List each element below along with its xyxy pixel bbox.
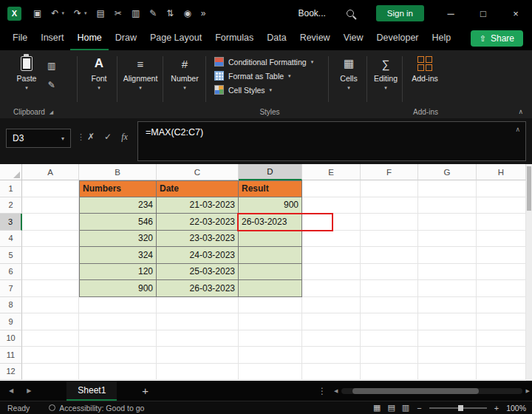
row-header-8[interactable]: 8 <box>0 297 22 314</box>
camera-icon[interactable]: ◉ <box>183 8 191 18</box>
cell-G9[interactable] <box>418 313 477 330</box>
maximize-button[interactable]: □ <box>467 0 499 27</box>
cell-F10[interactable] <box>361 330 418 347</box>
undo-dropdown-icon[interactable]: ▾ <box>61 10 64 16</box>
cell-C12[interactable] <box>157 364 239 381</box>
undo-icon[interactable]: ↶ <box>51 8 58 18</box>
cell-H4[interactable] <box>477 231 526 248</box>
alignment-group-button[interactable]: ≡ Alignment ▾ <box>120 55 161 91</box>
cell-F12[interactable] <box>361 364 418 381</box>
menu-tab-home[interactable]: Home <box>70 27 108 50</box>
sign-in-button[interactable]: Sign in <box>376 5 424 21</box>
cell-G8[interactable] <box>418 297 477 314</box>
column-header-b[interactable]: B <box>79 164 157 180</box>
cell-H1[interactable] <box>477 180 526 197</box>
cell-E12[interactable] <box>302 364 361 381</box>
format-painter-icon[interactable]: ✎ <box>48 80 55 90</box>
cell-styles-button[interactable]: Cell Styles▾ <box>214 85 313 95</box>
cut-icon[interactable]: ✂ <box>115 8 122 18</box>
cell-A6[interactable] <box>22 264 79 281</box>
cell-D4[interactable] <box>239 231 302 248</box>
cell-A12[interactable] <box>22 364 79 381</box>
cell-F3[interactable] <box>361 214 418 231</box>
cell-C5[interactable]: 24-03-2023 <box>157 247 239 264</box>
cell-A10[interactable] <box>22 330 79 347</box>
row-header-11[interactable]: 11 <box>0 347 22 364</box>
menu-tab-draw[interactable]: Draw <box>109 27 143 50</box>
row-header-3[interactable]: 3 <box>0 214 22 231</box>
column-header-h[interactable]: H <box>477 164 526 180</box>
column-header-c[interactable]: C <box>157 164 239 180</box>
row-header-1[interactable]: 1 <box>0 180 22 197</box>
qat-overflow-icon[interactable]: » <box>201 8 206 18</box>
cell-F1[interactable] <box>361 180 418 197</box>
sheet-nav-right-icon[interactable]: ▶ <box>27 387 31 394</box>
redo-icon[interactable]: ↷ <box>74 8 81 18</box>
cell-H10[interactable] <box>477 330 526 347</box>
cell-E1[interactable] <box>302 180 361 197</box>
horizontal-scrollbar-track[interactable] <box>341 388 522 394</box>
cell-A8[interactable] <box>22 297 79 314</box>
row-header-12[interactable]: 12 <box>0 364 22 381</box>
cell-F9[interactable] <box>361 313 418 330</box>
cell-A9[interactable] <box>22 313 79 330</box>
row-header-5[interactable]: 5 <box>0 247 22 264</box>
select-all-corner[interactable] <box>0 164 22 180</box>
zoom-level[interactable]: 100% <box>506 404 526 413</box>
zoom-slider[interactable] <box>429 407 487 409</box>
cell-F6[interactable] <box>361 264 418 281</box>
cell-H5[interactable] <box>477 247 526 264</box>
enter-button[interactable]: ✓ <box>104 132 112 143</box>
menu-tab-file[interactable]: File <box>6 27 34 50</box>
scroll-right-icon[interactable]: ▶ <box>526 388 530 394</box>
copy-icon[interactable]: ▥ <box>47 61 55 71</box>
zoom-out-button[interactable]: − <box>417 404 421 413</box>
format-painter-icon[interactable]: ✎ <box>149 8 157 18</box>
row-header-7[interactable]: 7 <box>0 280 22 297</box>
editing-group-button[interactable]: ∑ Editing ▾ <box>369 55 402 91</box>
cell-E8[interactable] <box>302 297 361 314</box>
cell-E5[interactable] <box>302 247 361 264</box>
cell-B5[interactable]: 324 <box>79 247 157 264</box>
menu-tab-page-layout[interactable]: Page Layout <box>143 27 208 50</box>
cell-B12[interactable] <box>79 364 157 381</box>
zoom-slider-thumb[interactable] <box>458 405 463 411</box>
cell-A4[interactable] <box>22 231 79 248</box>
cells-group-button[interactable]: ▦ Cells ▾ <box>332 55 365 91</box>
cell-C9[interactable] <box>157 313 239 330</box>
cell-G1[interactable] <box>418 180 477 197</box>
cell-H12[interactable] <box>477 364 526 381</box>
vertical-scrollbar[interactable] <box>526 164 532 381</box>
cell-G7[interactable] <box>418 280 477 297</box>
page-layout-view-icon[interactable]: ▤ <box>387 403 395 413</box>
cell-A7[interactable] <box>22 280 79 297</box>
cell-F5[interactable] <box>361 247 418 264</box>
vertical-scrollbar-thumb[interactable] <box>527 166 531 211</box>
collapse-formula-bar-icon[interactable]: ∧ <box>515 126 520 133</box>
cell-H6[interactable] <box>477 264 526 281</box>
column-header-e[interactable]: E <box>302 164 361 180</box>
column-header-g[interactable]: G <box>418 164 477 180</box>
cell-D2[interactable]: 900 <box>239 197 302 214</box>
add-ins-button[interactable]: Add-ins <box>406 55 443 83</box>
formula-input[interactable]: =MAX(C2:C7) <box>137 121 526 161</box>
menu-tab-help[interactable]: Help <box>426 27 458 50</box>
cell-C7[interactable]: 26-03-2023 <box>157 280 239 297</box>
normal-view-icon[interactable]: ▦ <box>373 403 381 413</box>
cell-D8[interactable] <box>239 297 302 314</box>
menu-tab-insert[interactable]: Insert <box>34 27 70 50</box>
close-button[interactable]: × <box>499 0 532 27</box>
cell-D9[interactable] <box>239 313 302 330</box>
cell-H11[interactable] <box>477 347 526 364</box>
cell-B10[interactable] <box>79 330 157 347</box>
cell-G5[interactable] <box>418 247 477 264</box>
menu-tab-review[interactable]: Review <box>293 27 337 50</box>
cell-B1[interactable]: Numbers <box>79 180 157 197</box>
cell-B11[interactable] <box>79 347 157 364</box>
cell-B2[interactable]: 234 <box>79 197 157 214</box>
cell-G2[interactable] <box>418 197 477 214</box>
menu-tab-view[interactable]: View <box>337 27 370 50</box>
cell-H8[interactable] <box>477 297 526 314</box>
copy-icon[interactable]: ▥ <box>132 8 140 18</box>
cell-C8[interactable] <box>157 297 239 314</box>
